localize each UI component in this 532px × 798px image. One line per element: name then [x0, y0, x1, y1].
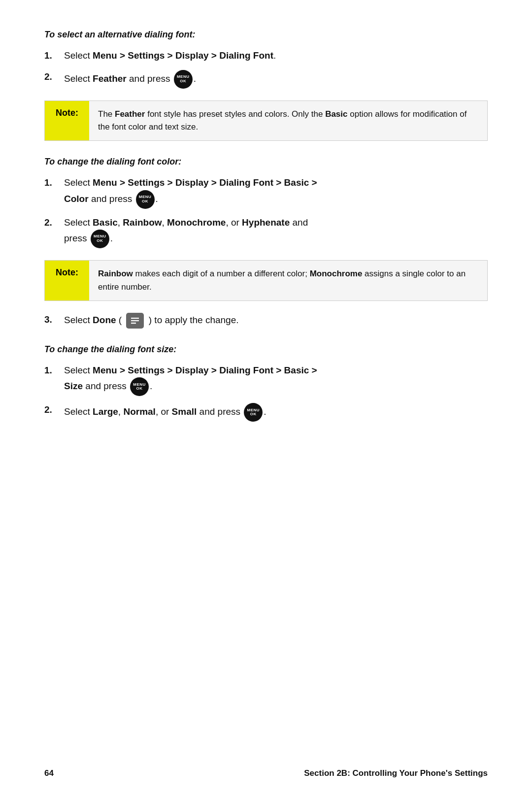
color-step-3-list: 3. Select Done ( ) to apply the change. [44, 313, 488, 329]
menu-ok-btn-3: MENU OK [90, 230, 110, 248]
size-font-section: To change the dialing font size: 1. Sele… [44, 344, 488, 422]
menu-ok-btn-5: MENU OK [243, 403, 264, 422]
note-1-content: The Feather font style has preset styles… [89, 101, 487, 141]
color-font-section: To change the dialing font color: 1. Sel… [44, 157, 488, 329]
footer-page-number: 64 [44, 768, 54, 778]
note-2-content: Rainbow makes each digit of a number a d… [89, 261, 487, 300]
color-font-heading: To change the dialing font color: [44, 157, 488, 167]
size-step-1: 1. Select Menu > Settings > Display > Di… [44, 364, 488, 397]
done-icon [126, 313, 144, 329]
footer-section-title: Section 2B: Controlling Your Phone's Set… [304, 768, 488, 778]
size-font-steps: 1. Select Menu > Settings > Display > Di… [44, 364, 488, 422]
note-1-label: Note: [45, 101, 89, 141]
color-font-steps: 1. Select Menu > Settings > Display > Di… [44, 176, 488, 248]
note-2: Note: Rainbow makes each digit of a numb… [44, 260, 488, 301]
menu-ok-btn-1: MENU OK [173, 70, 194, 89]
alt-font-step-2: 2. Select Feather and press MENU OK . [44, 70, 488, 89]
menu-ok-btn-4: MENU OK [129, 377, 150, 396]
menu-ok-btn-2: MENU OK [135, 190, 156, 209]
alt-font-steps: 1. Select Menu > Settings > Display > Di… [44, 49, 488, 89]
alt-font-step-1: 1. Select Menu > Settings > Display > Di… [44, 49, 488, 63]
note-1: Note: The Feather font style has preset … [44, 100, 488, 141]
color-step-1: 1. Select Menu > Settings > Display > Di… [44, 176, 488, 209]
size-step-2: 2. Select Large, Normal, or Small and pr… [44, 403, 488, 422]
color-step-3: 3. Select Done ( ) to apply the change. [44, 313, 488, 329]
alt-font-heading: To select an alternative dialing font: [44, 30, 488, 40]
size-font-heading: To change the dialing font size: [44, 344, 488, 355]
note-2-label: Note: [45, 261, 89, 300]
page-footer: 64 Section 2B: Controlling Your Phone's … [0, 768, 532, 778]
alt-font-section: To select an alternative dialing font: 1… [44, 30, 488, 141]
color-step-2: 2. Select Basic, Rainbow, Monochrome, or… [44, 216, 488, 249]
